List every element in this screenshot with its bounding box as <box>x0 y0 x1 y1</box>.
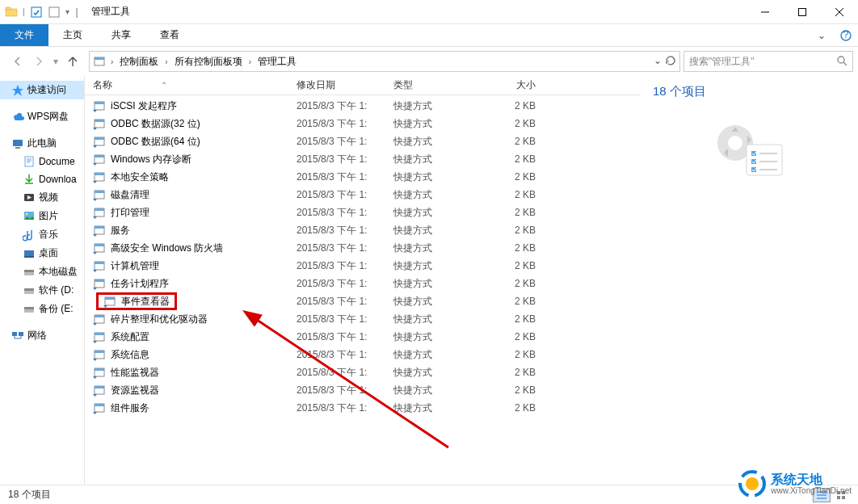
sidebar-network[interactable]: 网络 <box>0 326 84 345</box>
file-size: 2 KB <box>487 260 544 271</box>
file-date: 2015/8/3 下午 1: <box>293 366 390 380</box>
folder-icon <box>23 303 36 316</box>
crumb-sep-icon[interactable]: › <box>163 57 169 66</box>
column-header-size[interactable]: 大小 <box>487 78 544 92</box>
file-row[interactable]: 本地安全策略2015/8/3 下午 1:快捷方式2 KB <box>85 168 640 186</box>
file-row[interactable]: ODBC 数据源(64 位)2015/8/3 下午 1:快捷方式2 KB <box>85 132 640 150</box>
file-type: 快捷方式 <box>390 277 487 291</box>
close-button[interactable] <box>821 0 858 24</box>
folder-icon <box>23 173 36 186</box>
sidebar-this-pc-child[interactable]: 桌面 <box>0 244 84 262</box>
shortcut-icon <box>93 188 106 201</box>
sidebar-item-label: 备份 (E: <box>39 302 74 316</box>
sidebar-this-pc-child[interactable]: Downloa <box>0 170 84 188</box>
nav-back-button[interactable] <box>8 52 27 71</box>
svg-rect-1 <box>6 7 11 10</box>
nav-up-button[interactable] <box>63 52 82 71</box>
sidebar-item-label: 软件 (D: <box>39 284 74 297</box>
sidebar-wps[interactable]: WPS网盘 <box>0 107 84 126</box>
file-type: 快捷方式 <box>390 206 487 220</box>
file-size: 2 KB <box>487 225 544 236</box>
minimize-button[interactable] <box>747 0 784 24</box>
shortcut-icon <box>93 135 106 148</box>
maximize-button[interactable] <box>784 0 821 24</box>
nav-forward-button[interactable] <box>29 52 48 71</box>
svg-rect-11 <box>13 140 23 146</box>
crumb-sep-icon[interactable]: › <box>247 57 253 66</box>
qat-properties-icon[interactable] <box>30 6 43 19</box>
qat-caret-icon[interactable]: ▾ <box>65 7 69 16</box>
sidebar-this-pc-child[interactable]: Docume <box>0 153 84 170</box>
column-header-date[interactable]: 修改日期 <box>293 78 390 92</box>
file-row[interactable]: ODBC 数据源(32 位)2015/8/3 下午 1:快捷方式2 KB <box>85 115 640 132</box>
sidebar-this-pc-child[interactable]: 软件 (D: <box>0 281 84 300</box>
column-header-name[interactable]: 名称⌃ <box>85 78 293 92</box>
address-refresh-icon[interactable] <box>665 55 676 69</box>
svg-rect-26 <box>12 332 17 336</box>
file-date: 2015/8/3 下午 1: <box>293 206 390 220</box>
file-size: 2 KB <box>487 331 544 342</box>
quick-access-icon <box>11 84 24 97</box>
crumb-1[interactable]: 所有控制面板项 <box>173 55 244 69</box>
svg-rect-2 <box>32 7 41 17</box>
shortcut-icon <box>93 384 106 397</box>
sidebar-item-label: Docume <box>39 156 75 167</box>
sidebar-this-pc-child[interactable]: 音乐 <box>0 225 84 244</box>
file-row[interactable]: 组件服务2015/8/3 下午 1:快捷方式2 KB <box>85 399 640 417</box>
crumb-2[interactable]: 管理工具 <box>256 55 298 69</box>
file-row[interactable]: Windows 内存诊断2015/8/3 下午 1:快捷方式2 KB <box>85 150 640 168</box>
sidebar-this-pc-child[interactable]: 视频 <box>0 188 84 207</box>
file-row[interactable]: iSCSI 发起程序2015/8/3 下午 1:快捷方式2 KB <box>85 97 640 115</box>
file-row[interactable]: 磁盘清理2015/8/3 下午 1:快捷方式2 KB <box>85 186 640 204</box>
column-header-type[interactable]: 类型 <box>390 78 487 92</box>
search-box[interactable] <box>683 51 853 72</box>
svg-rect-25 <box>24 307 34 309</box>
file-date: 2015/8/3 下午 1: <box>293 153 390 166</box>
ribbon-tab-view[interactable]: 查看 <box>145 24 194 46</box>
nav-recent-dropdown[interactable]: ▾ <box>50 52 61 71</box>
file-row[interactable]: 性能监视器2015/8/3 下午 1:快捷方式2 KB <box>85 363 640 381</box>
watermark-logo-icon <box>738 470 766 498</box>
file-row[interactable]: 系统配置2015/8/3 下午 1:快捷方式2 KB <box>85 328 640 346</box>
file-row[interactable]: 资源监视器2015/8/3 下午 1:快捷方式2 KB <box>85 381 640 399</box>
ribbon-file-tab[interactable]: 文件 <box>0 24 48 46</box>
svg-rect-12 <box>15 147 20 149</box>
column-headers: 名称⌃ 修改日期 类型 大小 <box>85 76 640 95</box>
file-row[interactable]: 碎片整理和优化驱动器2015/8/3 下午 1:快捷方式2 KB <box>85 310 640 328</box>
sidebar-this-pc-child[interactable]: 图片 <box>0 207 84 225</box>
file-name: 打印管理 <box>111 206 149 220</box>
qat-dropdown-icon[interactable] <box>48 6 61 19</box>
ribbon-tab-home[interactable]: 主页 <box>48 24 97 46</box>
svg-rect-74 <box>95 368 104 371</box>
file-name: 组件服务 <box>111 401 149 415</box>
details-pane: 18 个项目 <box>640 76 858 485</box>
search-input[interactable] <box>689 56 836 67</box>
file-row[interactable]: 系统信息2015/8/3 下午 1:快捷方式2 KB <box>85 346 640 363</box>
file-row[interactable]: 事件查看器2015/8/3 下午 1:快捷方式2 KB <box>85 292 640 310</box>
ribbon-tab-share[interactable]: 共享 <box>97 24 145 46</box>
highlight-box: 事件查看器 <box>96 292 177 310</box>
titlebar: | ▾ | 管理工具 <box>0 0 858 24</box>
file-row[interactable]: 任务计划程序2015/8/3 下午 1:快捷方式2 KB <box>85 275 640 292</box>
sidebar-this-pc-child[interactable]: 备份 (E: <box>0 300 84 318</box>
qat-explorer-icon[interactable] <box>5 6 18 19</box>
crumb-0[interactable]: 控制面板 <box>118 55 160 69</box>
sidebar-this-pc[interactable]: 此电脑 <box>0 134 84 153</box>
watermark: 系统天地 www.XiTongTianDi.net <box>738 470 852 498</box>
file-row[interactable]: 打印管理2015/8/3 下午 1:快捷方式2 KB <box>85 204 640 221</box>
svg-marker-72 <box>93 359 97 361</box>
address-dropdown-icon[interactable]: ⌄ <box>654 55 662 69</box>
crumb-sep-icon[interactable]: › <box>109 57 115 66</box>
file-row[interactable]: 计算机管理2015/8/3 下午 1:快捷方式2 KB <box>85 257 640 275</box>
sidebar-this-pc-child[interactable]: 本地磁盘 <box>0 262 84 281</box>
search-icon[interactable] <box>836 55 847 69</box>
sidebar-quick-access[interactable]: 快速访问 <box>0 81 84 99</box>
svg-rect-53 <box>95 244 104 246</box>
svg-marker-69 <box>93 341 97 343</box>
address-bar[interactable]: › 控制面板 › 所有控制面板项 › 管理工具 ⌄ <box>89 51 680 72</box>
svg-text:?: ? <box>843 30 849 40</box>
ribbon-help-icon[interactable]: ? <box>834 24 858 46</box>
file-row[interactable]: 服务2015/8/3 下午 1:快捷方式2 KB <box>85 221 640 239</box>
file-row[interactable]: 高级安全 Windows 防火墙2015/8/3 下午 1:快捷方式2 KB <box>85 239 640 257</box>
ribbon-collapse-icon[interactable]: ⌄ <box>810 24 834 46</box>
